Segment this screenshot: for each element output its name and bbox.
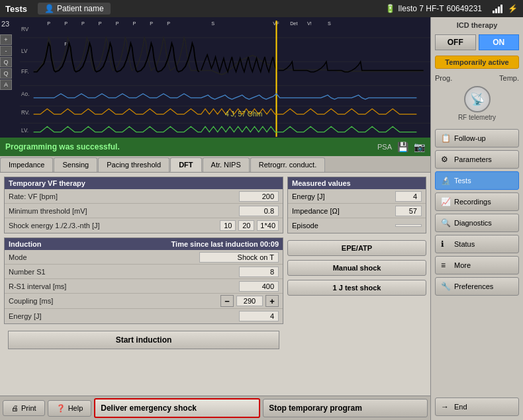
device-id: 60649231 xyxy=(447,4,482,13)
svg-text:V!: V! xyxy=(307,21,312,26)
mv-energy-label: Energy [J] xyxy=(292,192,395,200)
prog-label: Prog. xyxy=(435,74,452,82)
mv-energy-row: Energy [J] 4 xyxy=(288,189,426,204)
svg-text:FF.: FF. xyxy=(21,69,28,75)
mv-energy-value: 4 xyxy=(395,191,422,202)
sidebar-status-btn[interactable]: ℹ Status xyxy=(435,235,519,253)
vf-rate-value: 200 xyxy=(239,191,279,202)
print-icon: 🖨 xyxy=(11,404,19,412)
ecg-status-bar: Programming was successful. PSA 💾 📷 xyxy=(0,138,430,156)
help-icon: ❓ xyxy=(56,404,66,413)
tab-dft[interactable]: DFT xyxy=(170,157,201,172)
mv-impedance-label: Impedance [Ω] xyxy=(292,207,395,215)
follow-up-icon: 📋 xyxy=(441,134,452,143)
patient-icon: 👤 xyxy=(44,4,54,13)
status-right-controls: PSA 💾 📷 xyxy=(377,142,425,152)
svg-text:4 J, 57 Ohm: 4 J, 57 Ohm xyxy=(225,110,262,118)
number-s1-value: 8 xyxy=(239,267,279,277)
device-name: Ilesto 7 HF-T xyxy=(398,4,444,13)
psa-label: PSA xyxy=(377,143,392,151)
svg-text:RV.: RV. xyxy=(21,110,30,116)
svg-text:P: P xyxy=(81,21,85,26)
rs1-row: R-S1 interval [ms] 400 xyxy=(5,279,283,294)
mv-impedance-value: 57 xyxy=(395,206,422,216)
measured-values-section: Measured values Energy [J] 4 Impedance [… xyxy=(287,177,426,233)
right-sidebar: ICD therapy OFF ON Temporarily active Pr… xyxy=(430,17,523,420)
sidebar-recordings-btn[interactable]: 📈 Recordings xyxy=(435,192,519,211)
mv-episode-row: Episode xyxy=(288,218,426,233)
energy-label: Energy [J] xyxy=(9,312,239,320)
rf-label: RF telemetry xyxy=(458,114,496,121)
coupling-control: − 290 + xyxy=(220,295,279,307)
sidebar-parameters-btn[interactable]: ⚙ Parameters xyxy=(435,150,519,169)
tab-impedance[interactable]: Impedance xyxy=(0,157,53,172)
icd-off-btn[interactable]: OFF xyxy=(435,34,476,50)
coupling-plus-btn[interactable]: + xyxy=(265,295,279,307)
bluetooth-icon: ⚡ xyxy=(508,4,518,13)
tab-pacing[interactable]: Pacing threshold xyxy=(98,157,169,172)
svg-text:RV: RV xyxy=(21,26,29,32)
number-s1-row: Number S1 8 xyxy=(5,265,283,279)
svg-text:P: P xyxy=(99,21,102,26)
ecg-number: 23 xyxy=(1,20,9,28)
stop-program-btn[interactable]: Stop temporary program xyxy=(263,399,428,417)
sidebar-more-btn[interactable]: ≡ More xyxy=(435,256,519,274)
ecg-save-icon[interactable]: 💾 xyxy=(397,142,408,152)
icd-therapy-header: ICD therapy xyxy=(435,21,519,29)
sidebar-end-btn[interactable]: → End xyxy=(435,398,519,416)
sidebar-preferences-btn[interactable]: 🔧 Preferences xyxy=(435,277,519,296)
help-btn[interactable]: ❓ Help xyxy=(48,400,92,417)
mode-row: Mode Shock on T xyxy=(5,250,283,265)
print-btn[interactable]: 🖨 Print xyxy=(3,400,45,416)
induction-section: Induction Time since last induction 00:0… xyxy=(4,237,283,324)
icd-on-btn[interactable]: ON xyxy=(479,34,520,50)
sidebar-diagnostics-btn[interactable]: 🔍 Diagnostics xyxy=(435,214,519,232)
ecg-camera-icon[interactable]: 📷 xyxy=(414,142,425,152)
emergency-shock-btn[interactable]: Deliver emergency shock xyxy=(94,398,260,418)
test-shock-btn[interactable]: 1 J test shock xyxy=(287,280,426,296)
svg-text:P: P xyxy=(47,21,50,26)
action-buttons: EPE/ATP Manual shock 1 J test shock xyxy=(287,237,426,298)
zoom-out-btn[interactable]: - xyxy=(0,46,12,56)
manual-shock-btn[interactable]: Manual shock xyxy=(287,260,426,276)
zoom-fit-btn[interactable]: Q xyxy=(0,68,12,79)
svg-rect-0 xyxy=(20,17,430,142)
status-icon: ℹ xyxy=(441,239,452,249)
status-message: Programming was successful. xyxy=(5,142,120,151)
patient-info: 👤 Patient name xyxy=(38,3,111,15)
parameters-icon: ⚙ xyxy=(441,155,452,164)
epe-atp-btn[interactable]: EPE/ATP xyxy=(287,240,426,256)
sidebar-tests-btn[interactable]: 🔬 Tests xyxy=(435,171,519,190)
bottom-bar: 🖨 Print ❓ Help Deliver emergency shock S… xyxy=(0,396,430,420)
svg-text:P: P xyxy=(167,21,170,26)
coupling-value: 290 xyxy=(236,296,263,306)
zoom-controls[interactable]: + - Q Q A xyxy=(0,34,12,90)
svg-text:S: S xyxy=(211,21,214,26)
temp-active-badge: Temporarily active xyxy=(435,56,519,69)
sidebar-follow-up-btn[interactable]: 📋 Follow-up xyxy=(435,129,519,147)
app-title: Tests xyxy=(5,4,27,14)
left-area: 23 AS + - Q Q A xyxy=(0,17,430,420)
zoom-reset-btn[interactable]: Q xyxy=(0,57,12,67)
rs1-value: 400 xyxy=(239,281,279,292)
diagnostics-icon: 🔍 xyxy=(441,218,452,228)
tab-sensing[interactable]: Sensing xyxy=(54,157,97,172)
top-bar: Tests 👤 Patient name 🔋 Ilesto 7 HF-T 606… xyxy=(0,0,523,17)
svg-text:LV.: LV. xyxy=(21,128,28,134)
tab-atr[interactable]: Atr. NIPS xyxy=(203,157,250,172)
zoom-auto-btn[interactable]: A xyxy=(0,79,12,90)
icd-toggle-row: OFF ON xyxy=(435,34,519,50)
right-panel: Measured values Energy [J] 4 Impedance [… xyxy=(287,177,426,392)
zoom-in-btn[interactable]: + xyxy=(0,34,12,45)
more-icon: ≡ xyxy=(441,261,452,270)
min-threshold-value: 0.8 xyxy=(239,206,279,216)
main-layout: 23 AS + - Q Q A xyxy=(0,17,523,420)
induction-header: Induction Time since last induction 00:0… xyxy=(5,238,283,250)
start-induction-btn[interactable]: Start induction xyxy=(8,331,279,349)
min-threshold-row: Minimum threshold [mV] 0.8 xyxy=(5,204,283,218)
mv-episode-value xyxy=(395,224,422,227)
tab-retrograde[interactable]: Retrogrr. conduct. xyxy=(250,157,325,172)
coupling-minus-btn[interactable]: − xyxy=(220,295,234,307)
vf-rate-label: Rate: VF [bpm] xyxy=(9,192,239,200)
shock-energy-row: Shock energy 1./2./3.-nth [J] 10 20 1*40 xyxy=(5,218,283,233)
